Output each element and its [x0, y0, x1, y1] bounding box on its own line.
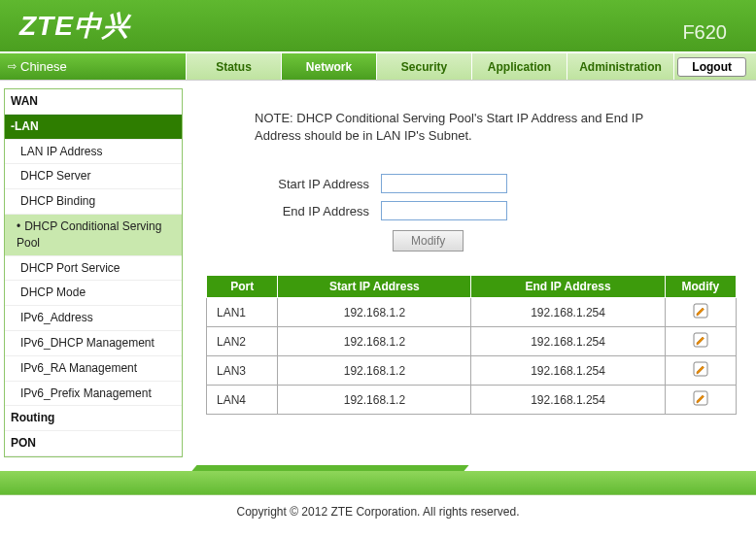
- table-row: LAN1192.168.1.2192.168.1.254: [207, 298, 737, 327]
- cell-port: LAN1: [207, 298, 278, 327]
- tab-administration[interactable]: Administration: [567, 53, 674, 80]
- col-port: Port: [207, 276, 278, 298]
- sidebar-item-dhcp-mode[interactable]: DHCP Mode: [5, 281, 182, 306]
- pencil-icon[interactable]: [693, 361, 708, 377]
- table-row: LAN2192.168.1.2192.168.1.254: [207, 327, 737, 356]
- col-modify: Modify: [665, 276, 736, 298]
- cell-end: 192.168.1.254: [471, 327, 665, 356]
- cell-port: LAN4: [207, 386, 278, 415]
- cell-end: 192.168.1.254: [471, 356, 665, 386]
- sidebar-item-dhcp-port-service[interactable]: DHCP Port Service: [5, 256, 182, 282]
- cell-modify: [665, 327, 736, 356]
- language-label: Chinese: [20, 59, 67, 74]
- col-end: End IP Address: [471, 276, 665, 298]
- main-tabs: Status Network Security Application Admi…: [187, 53, 756, 80]
- cell-start: 192.168.1.2: [278, 386, 471, 415]
- sidebar-item-ipv6-prefix-management[interactable]: IPv6_Prefix Management: [5, 382, 182, 407]
- sidebar-item--lan[interactable]: -LAN: [5, 115, 182, 140]
- table-row: LAN3192.168.1.2192.168.1.254: [207, 356, 737, 386]
- footer-decoration: [0, 461, 756, 494]
- sidebar-item-ipv6-ra-management[interactable]: IPv6_RA Management: [5, 356, 182, 382]
- content-area: NOTE: DHCP Conditional Serving Pool's St…: [187, 81, 756, 461]
- tab-network[interactable]: Network: [282, 53, 377, 80]
- cell-start: 192.168.1.2: [278, 298, 471, 327]
- sidebar-item-dhcp-conditional-serving-pool[interactable]: DHCP Conditional Serving Pool: [5, 215, 182, 256]
- sidebar-item-wan[interactable]: WAN: [5, 89, 182, 115]
- sidebar-item-dhcp-binding[interactable]: DHCP Binding: [5, 189, 182, 215]
- logout-button[interactable]: Logout: [677, 57, 746, 77]
- end-ip-label: End IP Address: [206, 204, 381, 218]
- start-ip-input[interactable]: [381, 174, 507, 193]
- cell-modify: [665, 386, 736, 415]
- brand-logo: ZTE中兴: [19, 8, 130, 45]
- tab-security[interactable]: Security: [377, 53, 472, 80]
- cell-start: 192.168.1.2: [278, 356, 471, 386]
- start-ip-label: Start IP Address: [206, 177, 381, 191]
- cell-start: 192.168.1.2: [278, 327, 471, 356]
- top-nav: ⇨ Chinese Status Network Security Applic…: [0, 53, 756, 81]
- header-divider: [0, 51, 756, 53]
- table-row: LAN4192.168.1.2192.168.1.254: [207, 386, 737, 415]
- header-bar: ZTE中兴 F620: [0, 0, 756, 53]
- tab-application[interactable]: Application: [472, 53, 567, 80]
- sidebar-item-ipv6-dhcp-management[interactable]: IPv6_DHCP Management: [5, 331, 182, 356]
- logout-area: Logout: [674, 53, 756, 80]
- col-start: Start IP Address: [278, 276, 471, 298]
- cell-port: LAN2: [207, 327, 278, 356]
- cell-end: 192.168.1.254: [471, 386, 665, 415]
- pencil-icon[interactable]: [693, 303, 708, 319]
- arrow-right-icon: ⇨: [8, 60, 17, 73]
- sidebar: WAN-LANLAN IP AddressDHCP ServerDHCP Bin…: [0, 81, 187, 461]
- sidebar-item-pon[interactable]: PON: [5, 431, 182, 456]
- cell-modify: [665, 298, 736, 327]
- end-ip-input[interactable]: [381, 201, 507, 220]
- modify-button[interactable]: Modify: [393, 230, 464, 252]
- tab-status[interactable]: Status: [187, 53, 282, 80]
- note-text: NOTE: DHCP Conditional Serving Pool's St…: [255, 110, 682, 145]
- model-label: F620: [682, 21, 727, 44]
- pencil-icon[interactable]: [693, 390, 708, 406]
- pool-table: Port Start IP Address End IP Address Mod…: [206, 275, 737, 415]
- pencil-icon[interactable]: [693, 332, 708, 348]
- cell-port: LAN3: [207, 356, 278, 386]
- sidebar-item-ipv6-address[interactable]: IPv6_Address: [5, 306, 182, 331]
- sidebar-item-dhcp-server[interactable]: DHCP Server: [5, 164, 182, 189]
- sidebar-item-routing[interactable]: Routing: [5, 406, 182, 431]
- copyright-text: Copyright © 2012 ZTE Corporation. All ri…: [0, 494, 756, 532]
- cell-end: 192.168.1.254: [471, 298, 665, 327]
- language-switch[interactable]: ⇨ Chinese: [0, 53, 187, 80]
- cell-modify: [665, 356, 736, 386]
- sidebar-item-lan-ip-address[interactable]: LAN IP Address: [5, 140, 182, 165]
